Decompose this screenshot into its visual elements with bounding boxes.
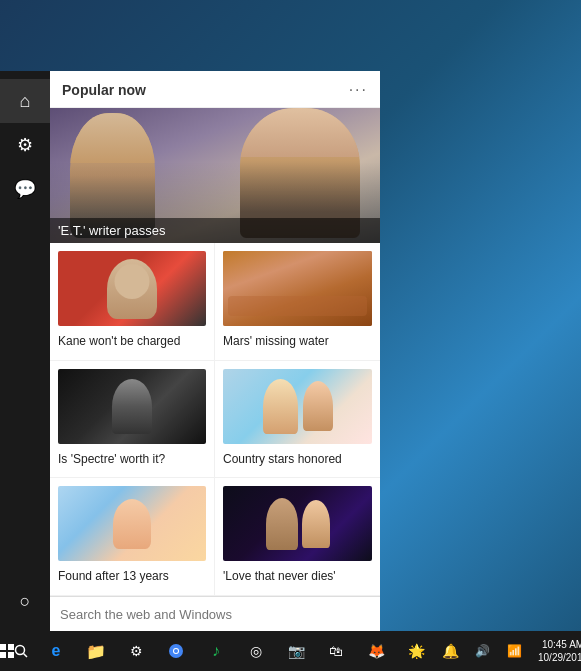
- feedback-icon: 💬: [14, 178, 36, 200]
- sidebar-item-settings[interactable]: ⚙: [0, 123, 50, 167]
- story-label-spectre: Is 'Spectre' worth it?: [58, 452, 165, 466]
- story-item-neverdies[interactable]: 'Love that never dies': [215, 478, 380, 596]
- news-panel-title: Popular now: [62, 82, 146, 98]
- story-item-country[interactable]: Country stars honored: [215, 361, 380, 479]
- story-item-kane[interactable]: Kane won't be charged: [50, 243, 215, 361]
- taskbar-clock[interactable]: 10:45 AM 10/29/2015: [532, 638, 581, 664]
- home-icon: ⌂: [20, 91, 31, 112]
- story-item-spectre[interactable]: Is 'Spectre' worth it?: [50, 361, 215, 479]
- network-icon: 📶: [507, 644, 522, 658]
- taskbar-extra-icon[interactable]: 🌟: [396, 631, 436, 671]
- taskbar-explorer-icon[interactable]: 📁: [76, 631, 116, 671]
- svg-line-1: [24, 654, 28, 658]
- taskbar-notification-icon[interactable]: 🔔: [436, 631, 464, 671]
- clock-time: 10:45 AM: [538, 638, 581, 651]
- taskbar-app-icons: e 📁 ⚙ ♪ ◎ 📷: [36, 631, 436, 671]
- taskbar-chrome-icon[interactable]: [156, 631, 196, 671]
- taskbar-ie-icon[interactable]: e: [36, 631, 76, 671]
- hero-caption: 'E.T.' writer passes: [50, 218, 380, 243]
- taskbar-store-icon[interactable]: 🛍: [316, 631, 356, 671]
- boy-thumbnail-image: [58, 486, 206, 561]
- news-content: 'E.T.' writer passes: [50, 108, 380, 596]
- taskbar-camera-icon[interactable]: 📷: [276, 631, 316, 671]
- mars-thumbnail-image: [223, 251, 372, 326]
- hero-story[interactable]: 'E.T.' writer passes: [50, 108, 380, 243]
- taskbar-spotify-icon[interactable]: ♪: [196, 631, 236, 671]
- country-thumbnail-image: [223, 369, 372, 444]
- stories-grid: Kane won't be charged Mars' missing wate…: [50, 243, 380, 596]
- cortana-icon: ○: [20, 591, 31, 612]
- news-more-button[interactable]: ···: [349, 81, 368, 99]
- news-header: Popular now ···: [50, 71, 380, 108]
- taskbar-settings-icon[interactable]: ⚙: [116, 631, 156, 671]
- taskbar-volume-icon[interactable]: 🔊: [468, 631, 496, 671]
- notification-bell-icon: 🔔: [442, 643, 459, 659]
- taskbar-groove-icon[interactable]: ◎: [236, 631, 276, 671]
- news-panel: Popular now ··· 'E.T.' writer passes: [50, 71, 380, 631]
- story-item-mars[interactable]: Mars' missing water: [215, 243, 380, 361]
- story-thumbnail-mars: [223, 251, 372, 326]
- desktop: ⌂ ⚙ 💬 ○ Popular now ···: [0, 0, 581, 671]
- groove-icon: ◎: [250, 643, 262, 659]
- sidebar-item-cortana[interactable]: ○: [0, 579, 50, 623]
- story-label-kane: Kane won't be charged: [58, 334, 180, 348]
- spectre-thumbnail-image: [58, 369, 206, 444]
- story-thumbnail-kane: [58, 251, 206, 326]
- neverdies-thumbnail-image: [223, 486, 372, 561]
- taskbar: e 📁 ⚙ ♪ ◎ 📷: [0, 631, 581, 671]
- volume-icon: 🔊: [475, 644, 490, 658]
- story-thumbnail-country: [223, 369, 372, 444]
- chrome-icon: [168, 643, 184, 659]
- story-label-boy: Found after 13 years: [58, 569, 169, 583]
- search-icon: [14, 644, 28, 658]
- taskbar-right: 🔔 🔊 📶 10:45 AM 10/29/2015: [436, 631, 581, 671]
- start-button[interactable]: [0, 631, 14, 671]
- story-label-neverdies: 'Love that never dies': [223, 569, 336, 583]
- story-item-boy[interactable]: Found after 13 years: [50, 478, 215, 596]
- news-search-bar: [50, 596, 380, 631]
- extra-app-icon: 🌟: [408, 643, 425, 659]
- firefox-icon: 🦊: [368, 643, 385, 659]
- taskbar-network-icon[interactable]: 📶: [500, 631, 528, 671]
- taskbar-firefox-icon[interactable]: 🦊: [356, 631, 396, 671]
- sidebar-item-home[interactable]: ⌂: [0, 79, 50, 123]
- sidebar-item-feedback[interactable]: 💬: [0, 167, 50, 211]
- svg-point-0: [16, 646, 25, 655]
- story-thumbnail-neverdies: [223, 486, 372, 561]
- story-label-country: Country stars honored: [223, 452, 342, 466]
- news-search-input[interactable]: [60, 607, 370, 622]
- camera-icon: 📷: [288, 643, 305, 659]
- clock-date: 10/29/2015: [538, 651, 581, 664]
- story-label-mars: Mars' missing water: [223, 334, 329, 348]
- explorer-icon: 📁: [86, 642, 106, 661]
- story-thumbnail-boy: [58, 486, 206, 561]
- story-thumbnail-spectre: [58, 369, 206, 444]
- store-icon: 🛍: [329, 643, 343, 659]
- taskbar-search-icon[interactable]: [14, 631, 28, 671]
- settings-gear-icon: ⚙: [130, 643, 143, 659]
- start-menu: ⌂ ⚙ 💬 ○: [0, 71, 50, 631]
- svg-point-4: [174, 649, 178, 653]
- hockey-thumbnail-image: [58, 251, 206, 326]
- settings-icon: ⚙: [17, 134, 33, 156]
- spotify-icon: ♪: [212, 642, 220, 660]
- ie-logo: e: [52, 642, 61, 660]
- windows-logo-icon: [0, 644, 14, 658]
